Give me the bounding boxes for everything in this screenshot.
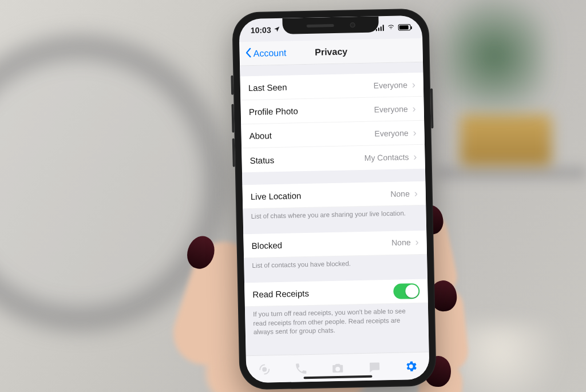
row-label: About — [249, 130, 272, 141]
tab-calls[interactable] — [292, 361, 310, 376]
row-label: Last Seen — [248, 82, 287, 93]
row-value: Everyone — [374, 104, 407, 114]
row-about[interactable]: About Everyone› — [241, 121, 425, 149]
row-value: My Contacts — [365, 152, 409, 163]
location-arrow-icon — [273, 25, 280, 34]
row-value: Everyone — [374, 128, 408, 138]
chevron-right-icon: › — [413, 152, 417, 162]
row-value: Everyone — [374, 80, 407, 90]
tab-chats[interactable] — [366, 359, 383, 375]
read-receipts-toggle[interactable] — [393, 283, 420, 299]
row-label: Blocked — [251, 240, 282, 250]
chevron-right-icon: › — [413, 103, 416, 113]
chevron-left-icon — [245, 47, 252, 60]
wifi-icon — [387, 23, 395, 32]
row-last-seen[interactable]: Last Seen Everyone› — [240, 73, 423, 101]
nav-bar: Account Privacy — [239, 38, 423, 66]
row-status[interactable]: Status My Contacts› — [241, 145, 425, 173]
chevron-right-icon: › — [413, 127, 416, 137]
group-live-location: Live Location None› List of chats where … — [242, 181, 426, 221]
page-title: Privacy — [315, 46, 347, 57]
chevron-right-icon: › — [414, 188, 418, 198]
group-blocked: Blocked None› List of contacts you have … — [243, 230, 427, 270]
phone-frame: 10:03 Account Privacy — [232, 8, 437, 390]
row-label: Live Location — [251, 191, 302, 201]
tab-camera[interactable] — [329, 360, 347, 375]
row-value: None — [390, 189, 410, 199]
back-button[interactable]: Account — [243, 41, 289, 66]
notch — [282, 16, 379, 34]
row-blocked[interactable]: Blocked None› — [243, 230, 427, 258]
battery-icon — [398, 24, 411, 30]
row-label: Status — [250, 155, 274, 165]
tab-status[interactable] — [256, 362, 274, 377]
back-label: Account — [253, 47, 286, 58]
row-profile-photo[interactable]: Profile Photo Everyone› — [240, 97, 424, 125]
settings-content: Last Seen Everyone› Profile Photo Everyo… — [240, 62, 429, 356]
group-read-receipts: Read Receipts If you turn off read recei… — [244, 279, 429, 337]
row-label: Profile Photo — [249, 106, 298, 117]
group-footer: If you turn off read receipts, you won't… — [245, 303, 429, 337]
tab-settings[interactable] — [402, 358, 420, 374]
chevron-right-icon: › — [415, 237, 418, 247]
group-visibility: Last Seen Everyone› Profile Photo Everyo… — [240, 73, 425, 173]
chevron-right-icon: › — [412, 79, 415, 89]
phone-screen: 10:03 Account Privacy — [239, 15, 429, 383]
tab-bar — [246, 352, 430, 383]
row-value: None — [391, 237, 411, 247]
status-time: 10:03 — [251, 25, 271, 35]
row-read-receipts: Read Receipts — [244, 279, 428, 307]
svg-point-0 — [262, 367, 267, 371]
row-live-location[interactable]: Live Location None› — [242, 181, 426, 209]
row-label: Read Receipts — [252, 288, 309, 299]
